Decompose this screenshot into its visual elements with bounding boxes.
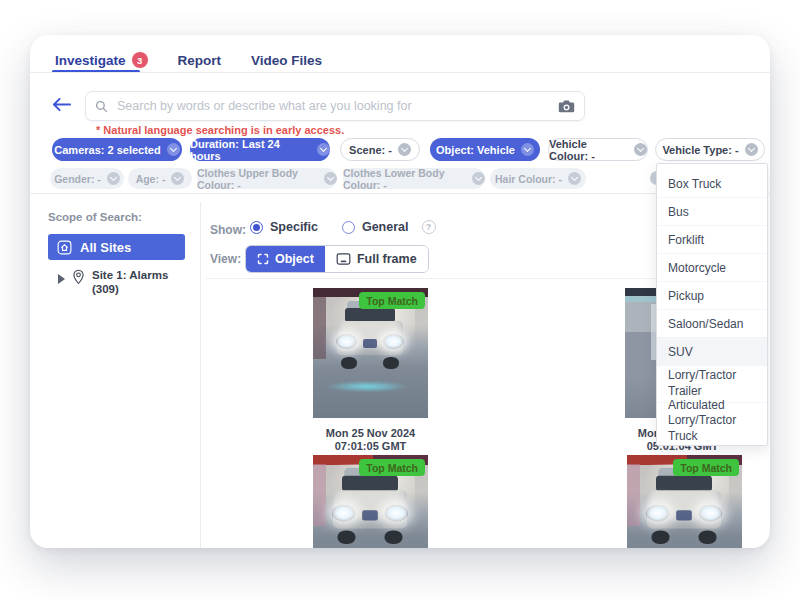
all-sites-label: All Sites — [80, 240, 131, 255]
filter-chip-clothes-upper-label: Clothes Upper Body Colour: - — [197, 167, 318, 191]
tab-report[interactable]: Report — [178, 53, 222, 68]
radio-specific-label: Specific — [270, 220, 318, 234]
search-bar[interactable] — [85, 91, 585, 121]
sidebar-divider — [200, 202, 201, 548]
filter-chip-gender-label: Gender: - — [54, 173, 101, 185]
chevron-down-icon — [634, 143, 647, 156]
result-thumbnail-1[interactable]: Top Match — [313, 288, 428, 418]
result-caption-1: Mon 25 Nov 2024 07:01:05 GMT — [293, 427, 448, 454]
filter-chip-hair-colour[interactable]: Hair Colour: - — [490, 168, 586, 189]
radio-general-label: General — [362, 220, 409, 234]
sidebar-item-site1[interactable]: Site 1: Alarms (309) — [58, 268, 168, 297]
tab-investigate-label: Investigate — [55, 53, 126, 68]
vehicle-graphic — [331, 468, 409, 546]
app-window: Investigate 3 Report Video Files * N — [0, 0, 800, 600]
object-brackets-icon — [257, 253, 269, 265]
filter-chip-hair-colour-label: Hair Colour: - — [495, 173, 562, 185]
chevron-down-icon — [317, 143, 330, 156]
nl-search-notice: * Natural language searching is in early… — [96, 124, 344, 136]
filter-chip-clothes-lower-label: Clothes Lower Body Colour: - — [343, 167, 466, 191]
dropdown-item-bus[interactable]: Bus — [657, 197, 767, 225]
view-object-label: Object — [275, 252, 314, 266]
view-label: View: — [210, 252, 241, 266]
help-icon[interactable]: ? — [422, 220, 436, 234]
chevron-down-icon — [171, 172, 184, 185]
search-icon — [95, 100, 108, 113]
dropdown-item-suv[interactable]: SUV — [657, 337, 767, 365]
chevron-down-icon — [568, 172, 581, 185]
view-object-button[interactable]: Object — [246, 246, 325, 272]
vehicle-graphic — [645, 468, 723, 546]
radio-specific[interactable] — [250, 221, 263, 234]
show-options: Specific General ? — [250, 220, 436, 234]
thumb-scene-wall — [313, 297, 326, 359]
filter-chip-clothes-upper[interactable]: Clothes Upper Body Colour: - — [197, 168, 337, 189]
dropdown-item-box-truck[interactable]: Box Truck — [657, 170, 767, 197]
site1-name: Site 1: Alarms — [92, 269, 168, 281]
top-match-badge: Top Match — [673, 459, 739, 476]
filter-chip-vehicle-type-label: Vehicle Type: - — [662, 144, 738, 156]
filter-chip-cameras[interactable]: Cameras: 2 selected — [52, 138, 182, 161]
dropdown-item-lorry-tractor-trailer[interactable]: Lorry/Tractor Trailer — [657, 365, 767, 402]
filter-chip-duration-label: Duration: Last 24 hours — [190, 138, 311, 162]
chevron-down-icon — [745, 143, 758, 156]
tab-video-files-label: Video Files — [251, 53, 322, 68]
site1-label: Site 1: Alarms (309) — [92, 268, 168, 297]
filter-chip-scene-label: Scene: - — [349, 144, 392, 156]
view-toggle: Object Full frame — [245, 245, 429, 273]
tabs-divider — [30, 72, 770, 73]
chevron-down-icon — [398, 143, 411, 156]
back-arrow-icon[interactable] — [52, 97, 71, 112]
result-1-date: Mon 25 Nov 2024 — [326, 427, 415, 439]
site1-count: (309) — [92, 283, 119, 295]
dropdown-item-motorcycle[interactable]: Motorcycle — [657, 253, 767, 281]
filter-chip-duration[interactable]: Duration: Last 24 hours — [190, 138, 330, 161]
top-match-badge: Top Match — [359, 459, 425, 476]
result-thumbnail-4[interactable]: Top Match — [627, 455, 742, 548]
chevron-down-icon — [167, 143, 180, 156]
dropdown-item-pickup[interactable]: Pickup — [657, 281, 767, 309]
chevron-down-icon — [521, 143, 534, 156]
filter-chip-vehicle-type[interactable]: Vehicle Type: - — [655, 138, 765, 161]
view-full-frame-label: Full frame — [357, 252, 417, 266]
vehicle-graphic — [335, 301, 405, 371]
result-thumbnail-3[interactable]: Top Match — [313, 455, 428, 548]
tab-investigate[interactable]: Investigate 3 — [55, 52, 148, 68]
dropdown-item-articulated-lorry[interactable]: Articulated Lorry/Tractor Truck — [657, 402, 767, 439]
chevron-down-icon — [472, 172, 485, 185]
search-input[interactable] — [115, 98, 551, 114]
filter-chip-object-label: Object: Vehicle — [436, 144, 515, 156]
dropdown-item-forklift[interactable]: Forklift — [657, 225, 767, 253]
filter-chip-clothes-lower[interactable]: Clothes Lower Body Colour: - — [343, 168, 485, 189]
camera-search-icon[interactable] — [558, 99, 575, 113]
view-full-frame-button[interactable]: Full frame — [325, 246, 428, 272]
filter-chip-gender[interactable]: Gender: - — [50, 168, 124, 189]
scope-of-search-title: Scope of Search: — [48, 211, 142, 223]
sidebar-item-all-sites[interactable]: All Sites — [48, 234, 185, 260]
tab-report-label: Report — [178, 53, 222, 68]
dropdown-item-saloon-sedan[interactable]: Saloon/Sedan — [657, 309, 767, 337]
filter-chip-vehicle-colour-label: Vehicle Colour: - — [549, 138, 628, 162]
filter-chip-vehicle-colour[interactable]: Vehicle Colour: - — [548, 138, 648, 161]
filter-chip-age[interactable]: Age: - — [128, 168, 192, 189]
location-pin-icon — [72, 269, 85, 285]
tab-video-files[interactable]: Video Files — [251, 53, 322, 68]
show-label: Show: — [210, 223, 246, 237]
main-card: Investigate 3 Report Video Files * N — [30, 35, 770, 548]
radio-general[interactable] — [342, 221, 355, 234]
chevron-down-icon — [107, 172, 120, 185]
filter-chip-scene[interactable]: Scene: - — [340, 138, 420, 161]
investigate-count-badge: 3 — [132, 52, 148, 68]
filter-chip-object[interactable]: Object: Vehicle — [430, 138, 540, 161]
home-icon — [57, 240, 72, 255]
full-frame-icon — [336, 253, 351, 265]
thumb-scene-wall — [627, 464, 640, 526]
chevron-down-icon — [324, 172, 337, 185]
result-1-time: 07:01:05 GMT — [335, 440, 407, 452]
expand-triangle-icon[interactable] — [58, 274, 65, 284]
filter-chip-age-label: Age: - — [136, 173, 166, 185]
thumb-floor-glow — [325, 381, 409, 392]
vehicle-type-dropdown: Box Truck Bus Forklift Motorcycle Pickup… — [656, 163, 768, 446]
thumb-scene-wall — [313, 464, 326, 526]
filter-chip-cameras-label: Cameras: 2 selected — [54, 144, 160, 156]
